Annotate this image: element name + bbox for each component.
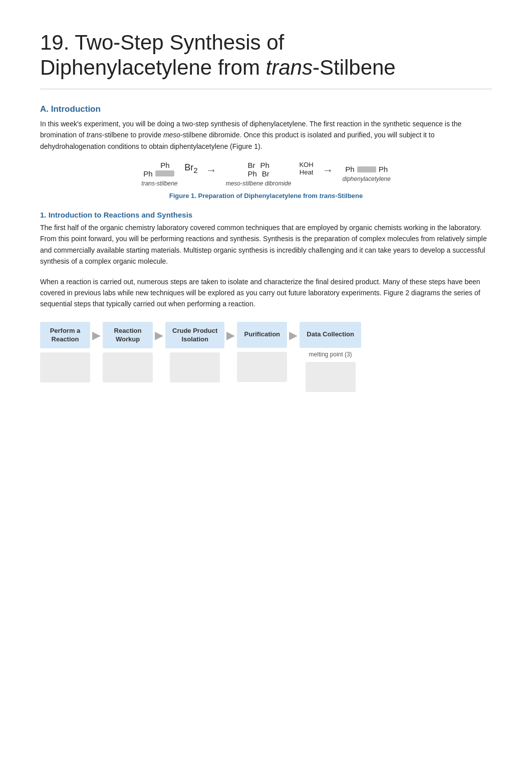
reaction-figure: Ph Ph trans-stilbene Br2 → Br Ph <box>40 161 492 187</box>
meso-dibromide-molecule: Br Ph Ph Br meso-stilbene dibromide <box>226 161 292 187</box>
step-2-label: Reaction Workup <box>103 322 153 349</box>
step-3-label: Crude Product Isolation <box>165 322 224 349</box>
reaction-arrow-1: → <box>206 164 217 184</box>
section-1-heading: 1. Introduction to Reactions and Synthes… <box>40 211 492 219</box>
step-4-box: Purification <box>237 322 287 382</box>
step-4-image <box>237 352 287 382</box>
step-1-label: Perform a Reaction <box>40 322 90 349</box>
trans-stilbene-label: trans-stilbene <box>141 180 177 187</box>
step-3-image <box>170 352 220 382</box>
section-a-paragraph1: In this week's experiment, you will be d… <box>40 118 492 152</box>
trans-stilbene-molecule: Ph Ph trans-stilbene <box>141 161 177 187</box>
step-5-sublabel: melting point (3) <box>309 351 352 358</box>
step-arrow-2: ▶ <box>153 322 165 342</box>
section-1-paragraph1: The first half of the organic chemistry … <box>40 222 492 267</box>
diphenylacetylene-molecule: Ph Ph diphenylacetylene <box>343 165 391 182</box>
step-2-image <box>103 352 153 382</box>
step-arrow-1: ▶ <box>90 322 103 342</box>
steps-diagram: Perform a Reaction ▶ Reaction Workup ▶ C… <box>40 322 492 392</box>
step-3-box: Crude Product Isolation <box>165 322 224 383</box>
reaction-condition-koh: KOH Heat <box>299 161 313 187</box>
title-divider <box>40 89 492 89</box>
reaction-arrow-2: → <box>323 164 334 184</box>
section-a: A. Introduction In this week's experimen… <box>40 104 492 200</box>
step-5-label: Data Collection <box>300 322 361 348</box>
section-1-paragraph2: When a reaction is carried out, numerous… <box>40 276 492 310</box>
section-a-heading: A. Introduction <box>40 104 492 114</box>
step-2-box: Reaction Workup <box>103 322 153 383</box>
step-4-label: Purification <box>237 322 287 348</box>
diphenylacetylene-label: diphenylacetylene <box>343 175 391 182</box>
step-1-image <box>40 352 90 382</box>
meso-dibromide-label: meso-stilbene dibromide <box>226 180 292 187</box>
section-1: 1. Introduction to Reactions and Synthes… <box>40 211 492 392</box>
plus-br2: Br2 <box>184 162 197 185</box>
step-1-box: Perform a Reaction <box>40 322 90 383</box>
step-arrow-4: ▶ <box>287 322 300 342</box>
step-5-image <box>306 362 356 392</box>
figure-caption: Figure 1. Preparation of Diphenylacetyle… <box>40 192 492 200</box>
page-title: 19. Two-Step Synthesis of Diphenylacetyl… <box>40 30 492 81</box>
step-arrow-3: ▶ <box>224 322 237 342</box>
step-5-box: Data Collection melting point (3) <box>300 322 361 392</box>
